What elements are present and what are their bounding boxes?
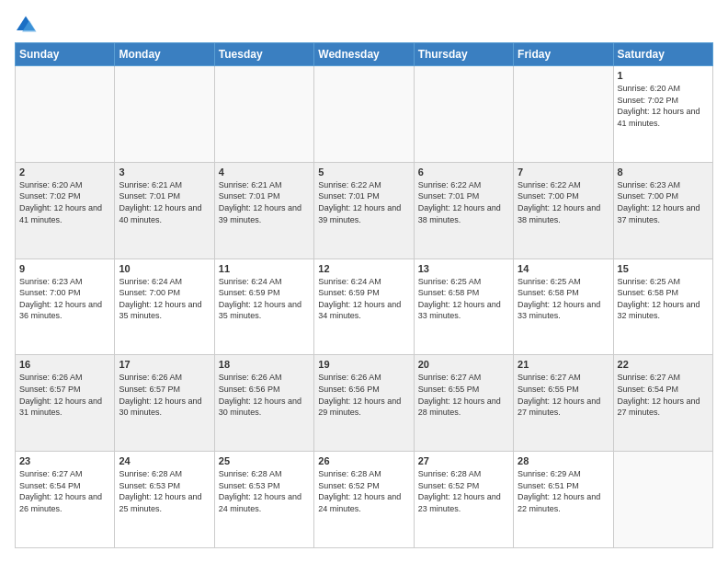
day-number: 2 <box>19 167 110 178</box>
calendar-cell: 5Sunrise: 6:22 AM Sunset: 7:01 PM Daylig… <box>314 162 414 259</box>
day-info: Sunrise: 6:21 AM Sunset: 7:01 PM Dayligh… <box>119 179 210 225</box>
logo <box>15 15 39 33</box>
day-number: 15 <box>618 263 709 274</box>
calendar-cell <box>115 66 214 163</box>
calendar-week-row: 2Sunrise: 6:20 AM Sunset: 7:02 PM Daylig… <box>16 162 713 259</box>
day-info: Sunrise: 6:26 AM Sunset: 6:57 PM Dayligh… <box>19 372 110 418</box>
calendar-week-row: 16Sunrise: 6:26 AM Sunset: 6:57 PM Dayli… <box>16 355 713 452</box>
calendar-cell: 16Sunrise: 6:26 AM Sunset: 6:57 PM Dayli… <box>16 355 115 452</box>
day-number: 26 <box>318 455 409 466</box>
day-number: 20 <box>418 359 509 370</box>
calendar-cell: 15Sunrise: 6:25 AM Sunset: 6:58 PM Dayli… <box>613 259 712 355</box>
day-info: Sunrise: 6:20 AM Sunset: 7:02 PM Dayligh… <box>19 179 110 225</box>
calendar-cell: 6Sunrise: 6:22 AM Sunset: 7:01 PM Daylig… <box>414 162 513 259</box>
calendar-cell: 7Sunrise: 6:22 AM Sunset: 7:00 PM Daylig… <box>514 162 613 259</box>
header <box>15 15 713 33</box>
day-number: 10 <box>119 263 210 274</box>
day-number: 12 <box>318 263 409 274</box>
calendar-cell: 11Sunrise: 6:24 AM Sunset: 6:59 PM Dayli… <box>214 259 313 355</box>
calendar-cell: 20Sunrise: 6:27 AM Sunset: 6:55 PM Dayli… <box>414 355 513 452</box>
calendar-week-row: 1Sunrise: 6:20 AM Sunset: 7:02 PM Daylig… <box>16 66 713 163</box>
weekday-friday: Friday <box>514 43 613 66</box>
weekday-thursday: Thursday <box>414 43 513 66</box>
weekday-saturday: Saturday <box>613 43 712 66</box>
day-number: 24 <box>119 455 210 466</box>
day-info: Sunrise: 6:26 AM Sunset: 6:56 PM Dayligh… <box>219 372 310 418</box>
day-number: 25 <box>219 455 310 466</box>
calendar-cell <box>414 66 513 163</box>
day-number: 18 <box>219 359 310 370</box>
day-info: Sunrise: 6:24 AM Sunset: 6:59 PM Dayligh… <box>318 276 409 322</box>
day-number: 23 <box>19 455 110 466</box>
day-number: 8 <box>618 167 709 178</box>
day-number: 13 <box>418 263 509 274</box>
day-info: Sunrise: 6:26 AM Sunset: 6:56 PM Dayligh… <box>318 372 409 418</box>
day-number: 16 <box>19 359 110 370</box>
calendar-cell <box>314 66 414 163</box>
day-number: 17 <box>119 359 210 370</box>
calendar-cell: 17Sunrise: 6:26 AM Sunset: 6:57 PM Dayli… <box>115 355 214 452</box>
day-number: 14 <box>518 263 609 274</box>
day-info: Sunrise: 6:22 AM Sunset: 7:01 PM Dayligh… <box>318 179 409 225</box>
day-info: Sunrise: 6:23 AM Sunset: 7:00 PM Dayligh… <box>19 276 110 322</box>
day-info: Sunrise: 6:24 AM Sunset: 6:59 PM Dayligh… <box>219 276 310 322</box>
day-info: Sunrise: 6:21 AM Sunset: 7:01 PM Dayligh… <box>219 179 310 225</box>
calendar-cell: 28Sunrise: 6:29 AM Sunset: 6:51 PM Dayli… <box>514 452 613 548</box>
day-number: 19 <box>318 359 409 370</box>
day-number: 9 <box>19 263 110 274</box>
day-number: 11 <box>219 263 310 274</box>
calendar-cell: 23Sunrise: 6:27 AM Sunset: 6:54 PM Dayli… <box>16 452 115 548</box>
calendar-cell: 12Sunrise: 6:24 AM Sunset: 6:59 PM Dayli… <box>314 259 414 355</box>
day-number: 21 <box>518 359 609 370</box>
day-number: 3 <box>119 167 210 178</box>
day-info: Sunrise: 6:26 AM Sunset: 6:57 PM Dayligh… <box>119 372 210 418</box>
logo-icon <box>15 15 37 33</box>
calendar-cell: 13Sunrise: 6:25 AM Sunset: 6:58 PM Dayli… <box>414 259 513 355</box>
day-number: 4 <box>219 167 310 178</box>
calendar-cell <box>613 452 712 548</box>
day-info: Sunrise: 6:25 AM Sunset: 6:58 PM Dayligh… <box>618 276 709 322</box>
weekday-tuesday: Tuesday <box>214 43 313 66</box>
day-number: 6 <box>418 167 509 178</box>
calendar-cell: 26Sunrise: 6:28 AM Sunset: 6:52 PM Dayli… <box>314 452 414 548</box>
calendar-cell: 22Sunrise: 6:27 AM Sunset: 6:54 PM Dayli… <box>613 355 712 452</box>
calendar-table: SundayMondayTuesdayWednesdayThursdayFrid… <box>15 42 713 548</box>
day-info: Sunrise: 6:27 AM Sunset: 6:54 PM Dayligh… <box>618 372 709 418</box>
calendar-cell: 24Sunrise: 6:28 AM Sunset: 6:53 PM Dayli… <box>115 452 214 548</box>
day-number: 7 <box>518 167 609 178</box>
day-number: 5 <box>318 167 409 178</box>
weekday-monday: Monday <box>115 43 214 66</box>
day-info: Sunrise: 6:27 AM Sunset: 6:55 PM Dayligh… <box>518 372 609 418</box>
calendar-cell: 27Sunrise: 6:28 AM Sunset: 6:52 PM Dayli… <box>414 452 513 548</box>
day-info: Sunrise: 6:27 AM Sunset: 6:54 PM Dayligh… <box>19 468 110 514</box>
day-info: Sunrise: 6:28 AM Sunset: 6:53 PM Dayligh… <box>219 468 310 514</box>
calendar-cell: 2Sunrise: 6:20 AM Sunset: 7:02 PM Daylig… <box>16 162 115 259</box>
calendar-cell: 1Sunrise: 6:20 AM Sunset: 7:02 PM Daylig… <box>613 66 712 163</box>
weekday-wednesday: Wednesday <box>314 43 414 66</box>
calendar-week-row: 9Sunrise: 6:23 AM Sunset: 7:00 PM Daylig… <box>16 259 713 355</box>
weekday-header-row: SundayMondayTuesdayWednesdayThursdayFrid… <box>16 43 713 66</box>
calendar-cell <box>16 66 115 163</box>
calendar-cell: 18Sunrise: 6:26 AM Sunset: 6:56 PM Dayli… <box>214 355 313 452</box>
calendar-cell: 4Sunrise: 6:21 AM Sunset: 7:01 PM Daylig… <box>214 162 313 259</box>
day-info: Sunrise: 6:28 AM Sunset: 6:53 PM Dayligh… <box>119 468 210 514</box>
day-number: 28 <box>518 455 609 466</box>
calendar-cell: 10Sunrise: 6:24 AM Sunset: 7:00 PM Dayli… <box>115 259 214 355</box>
day-info: Sunrise: 6:28 AM Sunset: 6:52 PM Dayligh… <box>318 468 409 514</box>
day-info: Sunrise: 6:25 AM Sunset: 6:58 PM Dayligh… <box>518 276 609 322</box>
calendar-cell: 3Sunrise: 6:21 AM Sunset: 7:01 PM Daylig… <box>115 162 214 259</box>
calendar-cell: 9Sunrise: 6:23 AM Sunset: 7:00 PM Daylig… <box>16 259 115 355</box>
day-info: Sunrise: 6:22 AM Sunset: 7:01 PM Dayligh… <box>418 179 509 225</box>
calendar-cell <box>514 66 613 163</box>
day-info: Sunrise: 6:25 AM Sunset: 6:58 PM Dayligh… <box>418 276 509 322</box>
calendar-cell: 19Sunrise: 6:26 AM Sunset: 6:56 PM Dayli… <box>314 355 414 452</box>
day-number: 27 <box>418 455 509 466</box>
day-info: Sunrise: 6:22 AM Sunset: 7:00 PM Dayligh… <box>518 179 609 225</box>
day-info: Sunrise: 6:29 AM Sunset: 6:51 PM Dayligh… <box>518 468 609 514</box>
day-info: Sunrise: 6:27 AM Sunset: 6:55 PM Dayligh… <box>418 372 509 418</box>
calendar-week-row: 23Sunrise: 6:27 AM Sunset: 6:54 PM Dayli… <box>16 452 713 548</box>
day-info: Sunrise: 6:20 AM Sunset: 7:02 PM Dayligh… <box>618 83 709 129</box>
calendar-cell: 14Sunrise: 6:25 AM Sunset: 6:58 PM Dayli… <box>514 259 613 355</box>
day-info: Sunrise: 6:28 AM Sunset: 6:52 PM Dayligh… <box>418 468 509 514</box>
day-number: 22 <box>618 359 709 370</box>
